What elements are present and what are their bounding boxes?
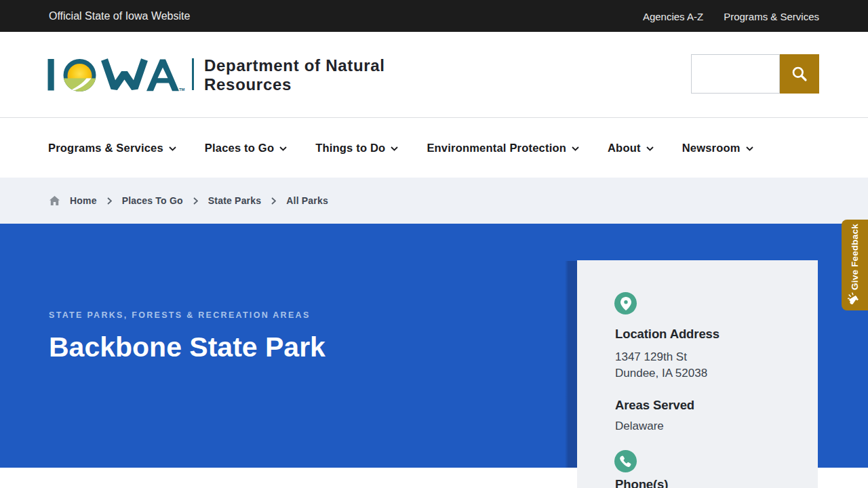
svg-text:TM: TM — [179, 87, 185, 92]
